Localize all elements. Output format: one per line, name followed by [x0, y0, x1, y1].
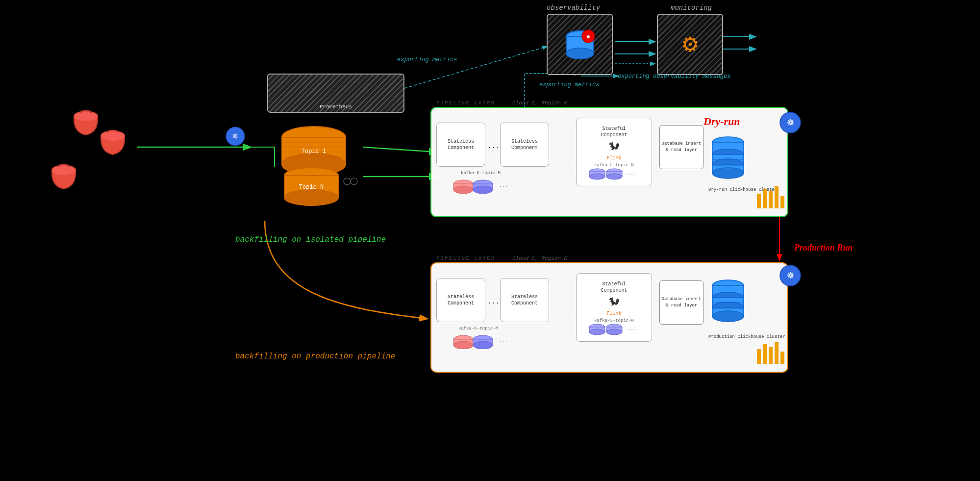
- svg-rect-87: [775, 342, 779, 364]
- production-clickhouse: Production Clickhouse Cluster: [708, 278, 785, 340]
- svg-point-63: [453, 341, 473, 349]
- svg-text:Topic N: Topic N: [299, 184, 324, 191]
- dots-1-green: ...: [487, 142, 500, 150]
- svg-text:⚙: ⚙: [682, 31, 698, 60]
- svg-point-10: [74, 111, 98, 121]
- backfilling-production: backfilling on production pipeline: [235, 352, 395, 361]
- kafka-l-topic-n-orange: kafka-L-topic-N: [594, 318, 634, 323]
- stateful-component-green: StatefulComponent 🐿 Flink kafka-L-topic-…: [576, 118, 652, 186]
- bar-chart-green: [756, 184, 785, 213]
- backfilling-isolated: backfilling on isolated pipeline: [235, 235, 386, 244]
- svg-point-51: [712, 168, 744, 178]
- kafka-k-topic-m-orange: kafka-K-topic-M: [458, 326, 498, 331]
- stateless-component-1-orange: StatelessComponent: [436, 278, 485, 322]
- svg-rect-58: [780, 196, 784, 208]
- dots-1-orange: ...: [487, 298, 500, 305]
- svg-text:Topic 1: Topic 1: [302, 148, 326, 155]
- flink-label-green: Flink: [606, 155, 621, 161]
- svg-rect-85: [763, 344, 767, 364]
- svg-text:☸: ☸: [786, 117, 794, 129]
- pipeline-title-orange: PIPELINE LAYER: [436, 255, 495, 261]
- svg-text:●: ●: [586, 33, 590, 41]
- bucket-2: [98, 130, 127, 157]
- svg-point-66: [473, 341, 493, 349]
- kafka-cylinders-k-green: ...: [451, 179, 515, 196]
- bar-chart-orange: [756, 339, 785, 369]
- kafka-cylinders-l-orange: ...: [587, 323, 641, 337]
- flink-icon-orange: 🐿: [609, 296, 620, 309]
- svg-point-12: [101, 131, 125, 141]
- flink-icon-green: 🐿: [609, 140, 620, 153]
- svg-text:...: ...: [499, 338, 508, 344]
- k8s-icon-top: ☸: [226, 127, 245, 151]
- dryrun-label: Dry-run: [704, 115, 740, 128]
- stateful-component-orange: StatefulComponent 🐿 Flink kafka-L-topic-…: [576, 273, 652, 342]
- svg-rect-54: [757, 194, 761, 208]
- arrows-svg: ... ...: [0, 0, 980, 481]
- svg-text:...: ...: [627, 326, 635, 331]
- flink-label-orange: Flink: [606, 311, 621, 316]
- pipeline-title-green: PIPELINE LAYER: [436, 100, 495, 106]
- stateless-component-2-green: StatelessComponent: [500, 123, 549, 167]
- svg-point-29: [344, 178, 351, 185]
- svg-text:...: ...: [499, 183, 508, 188]
- diagram-canvas: ... ...: [0, 0, 980, 481]
- bucket-1: [71, 110, 101, 137]
- svg-point-43: [606, 174, 622, 179]
- svg-text:☸: ☸: [232, 132, 238, 142]
- svg-rect-55: [763, 189, 767, 208]
- svg-point-73: [606, 329, 622, 335]
- exporting-obs-messages: exporting observability messages: [618, 73, 730, 81]
- pipeline-layer-green: PIPELINE LAYER Cloud C, Region R Statele…: [430, 107, 788, 217]
- svg-point-36: [473, 186, 493, 194]
- svg-line-2: [404, 47, 547, 88]
- db-insert-orange: Database insert & read layer: [659, 280, 704, 325]
- svg-point-33: [453, 186, 473, 194]
- svg-rect-84: [757, 349, 761, 364]
- kafka-l-topic-n-green: kafka-L-topic-N: [594, 163, 634, 168]
- pipeline-cloud-green: Cloud C, Region R: [512, 100, 567, 106]
- svg-rect-88: [780, 352, 784, 364]
- svg-point-14: [52, 165, 75, 175]
- svg-rect-57: [775, 186, 779, 208]
- production-run-label: Production Run: [794, 243, 853, 253]
- svg-point-27: [284, 190, 338, 205]
- exporting-metrics-2: exporting metrics: [539, 81, 599, 89]
- observability-box: ●: [547, 14, 613, 75]
- stateless-label-2: StatelessComponent: [509, 136, 540, 153]
- svg-rect-86: [769, 347, 773, 364]
- kafka-cylinders-k-orange: ...: [451, 334, 515, 352]
- svg-point-81: [712, 311, 744, 322]
- svg-point-40: [589, 174, 605, 179]
- exporting-metrics-1: exporting metrics: [397, 56, 457, 63]
- bucket-3: [49, 164, 78, 191]
- monitoring-label: monitoring: [671, 4, 712, 12]
- kafka-topic-n: Topic N: [275, 167, 363, 213]
- prometheus-box: Prometheus: [267, 74, 404, 113]
- k8s-icon-green: ☸: [779, 112, 802, 136]
- svg-point-30: [351, 178, 357, 185]
- monitoring-box: ⚙: [657, 14, 723, 75]
- stateless-component-2-orange: StatelessComponent: [500, 278, 549, 322]
- svg-point-93: [566, 48, 594, 59]
- pipeline-cloud-orange: Cloud C, Region R: [512, 255, 567, 261]
- stateless-label-1: StatelessComponent: [446, 136, 476, 153]
- svg-point-70: [589, 329, 605, 335]
- k8s-icon-orange: ☸: [779, 265, 802, 289]
- db-insert-green: Database insert & read layer: [659, 125, 704, 169]
- kafka-k-topic-m-green: kafka-K-topic-M: [461, 171, 501, 176]
- kafka-cylinders-l-green: ...: [587, 168, 641, 181]
- stateless-component-1-green: StatelessComponent: [436, 123, 485, 167]
- observability-label: observability: [547, 4, 600, 12]
- pipeline-layer-orange: PIPELINE LAYER Cloud C, Region R Statele…: [430, 262, 788, 373]
- svg-text:☸: ☸: [786, 270, 794, 282]
- prometheus-label: Prometheus: [320, 104, 352, 110]
- svg-text:...: ...: [627, 171, 635, 176]
- svg-rect-56: [769, 191, 773, 208]
